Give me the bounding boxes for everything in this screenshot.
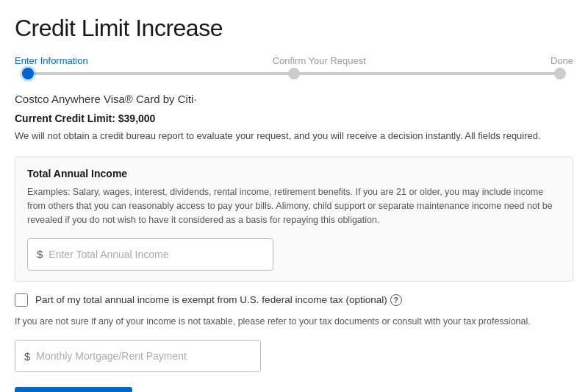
button-row: Next Clear All›	[15, 387, 573, 392]
step-labels: Enter Information Confirm Your Request D…	[15, 55, 573, 66]
tax-info-text: If you are not sure if any of your incom…	[15, 315, 573, 329]
step-label-done: Done	[551, 55, 573, 66]
income-dollar-sign: $	[37, 248, 43, 260]
tax-exempt-row: Part of my total annual income is exempt…	[15, 293, 573, 307]
mortgage-input[interactable]	[36, 350, 251, 362]
income-input-wrapper: $	[27, 238, 273, 271]
step-dot-2	[288, 68, 300, 79]
step-dots	[22, 68, 566, 79]
income-section-title: Total Annual Income	[27, 168, 561, 179]
current-credit-limit: Current Credit Limit: $39,000	[15, 113, 573, 124]
tax-exempt-checkbox[interactable]	[15, 293, 28, 307]
income-section-description: Examples: Salary, wages, interest, divid…	[27, 185, 561, 228]
card-name: Costco Anywhere Visa® Card by Citi·	[15, 93, 573, 105]
step-dot-1	[22, 68, 34, 79]
help-icon[interactable]: ?	[390, 294, 402, 306]
page-title: Credit Limit Increase	[15, 15, 573, 42]
tax-exempt-label: Part of my total annual income is exempt…	[35, 293, 402, 307]
step-dot-3	[554, 68, 566, 79]
progress-bar: Enter Information Confirm Your Request D…	[15, 55, 573, 75]
income-section: Total Annual Income Examples: Salary, wa…	[15, 157, 573, 282]
step-label-confirm: Confirm Your Request	[273, 55, 366, 66]
info-text: We will not obtain a credit bureau repor…	[15, 129, 573, 143]
progress-track	[22, 72, 566, 75]
step-label-enter-info: Enter Information	[15, 55, 88, 66]
mortgage-input-wrapper: $	[15, 340, 261, 372]
income-input[interactable]	[49, 249, 264, 260]
next-button[interactable]: Next	[15, 387, 132, 392]
mortgage-dollar-sign: $	[24, 350, 30, 363]
